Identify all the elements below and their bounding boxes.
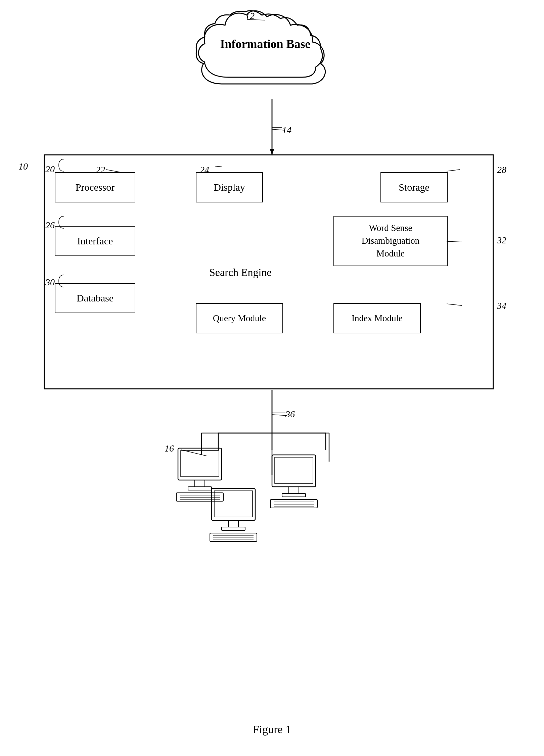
ref-26: 26 <box>45 220 55 231</box>
ref-34: 34 <box>497 300 506 311</box>
processor-label: Processor <box>76 182 115 193</box>
figure-caption: Figure 1 <box>0 723 544 736</box>
svg-rect-20 <box>222 527 245 530</box>
computer-2 <box>208 487 262 547</box>
ref-16: 16 <box>165 443 174 454</box>
storage-label: Storage <box>399 182 429 193</box>
database-label: Database <box>77 292 114 304</box>
ref-10: 10 <box>18 161 28 172</box>
index-label: Index Module <box>352 313 403 324</box>
ref-30: 30 <box>45 277 55 288</box>
cloud-label: Information Base <box>195 37 336 51</box>
system-box: Processor Display Storage Interface Word… <box>44 154 494 389</box>
svg-rect-28 <box>282 493 306 497</box>
database-box: Database <box>55 283 135 313</box>
svg-rect-10 <box>181 451 219 477</box>
svg-rect-9 <box>178 448 222 480</box>
display-label: Display <box>214 182 245 193</box>
interface-label: Interface <box>77 235 113 247</box>
wsd-label: Word SenseDisambiguationModule <box>362 222 419 260</box>
svg-rect-27 <box>289 487 299 493</box>
ref-20: 20 <box>45 164 55 175</box>
ref-28: 28 <box>497 164 506 175</box>
svg-rect-18 <box>214 491 253 517</box>
svg-line-47 <box>272 415 287 416</box>
ref-24: 24 <box>200 164 209 175</box>
svg-rect-29 <box>270 500 317 508</box>
wsd-box: Word SenseDisambiguationModule <box>333 216 448 266</box>
svg-rect-11 <box>195 480 205 487</box>
ref-22: 22 <box>96 164 105 175</box>
ref-14: 14 <box>282 125 291 136</box>
svg-rect-26 <box>275 457 313 483</box>
ref-36: 36 <box>285 409 295 420</box>
computer-3 <box>269 453 322 514</box>
svg-rect-21 <box>210 533 257 541</box>
svg-rect-19 <box>228 520 238 527</box>
query-label: Query Module <box>213 313 266 324</box>
display-box: Display <box>196 172 263 202</box>
diagram-container: Information Base 12 14 10 Processor Disp… <box>0 0 544 756</box>
interface-box: Interface <box>55 226 135 256</box>
processor-box: Processor <box>55 172 135 202</box>
cloud-shape: Information Base <box>195 10 336 97</box>
svg-marker-40 <box>270 149 274 154</box>
ref-32: 32 <box>497 235 506 246</box>
ref-12: 12 <box>245 11 255 21</box>
svg-rect-17 <box>212 488 255 520</box>
storage-box: Storage <box>380 172 448 202</box>
search-engine-label: Search Engine <box>209 266 272 279</box>
index-module-box: Index Module <box>333 303 421 333</box>
svg-rect-25 <box>272 455 316 487</box>
query-module-box: Query Module <box>196 303 283 333</box>
